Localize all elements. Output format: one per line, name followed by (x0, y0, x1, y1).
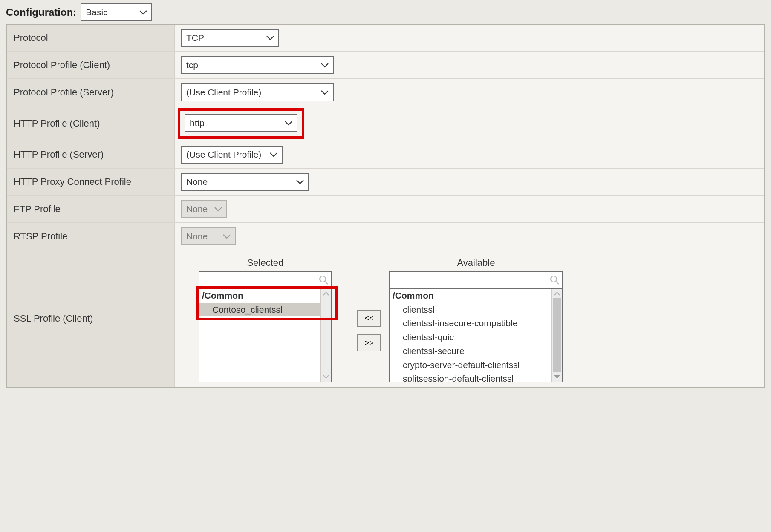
ssl-available-group: /Common (390, 289, 551, 303)
row-protocol: Protocol TCP (7, 25, 764, 52)
protocol-profile-server-select[interactable]: (Use Client Profile) (181, 83, 334, 101)
scrollbar[interactable] (320, 289, 331, 382)
ssl-available-listbox[interactable]: /Common clientssl clientssl-insecure-com… (389, 289, 563, 382)
protocol-select[interactable]: TCP (181, 29, 279, 47)
chevron-down-icon (266, 35, 274, 40)
chevron-down-icon (285, 121, 292, 126)
row-http-proxy-connect: HTTP Proxy Connect Profile None (7, 169, 764, 196)
chevron-down-icon (296, 179, 304, 184)
scrollbar[interactable] (551, 289, 562, 382)
protocol-value: TCP (186, 33, 204, 43)
ssl-selected-header: Selected (247, 257, 284, 268)
label-protocol-profile-server: Protocol Profile (Server) (7, 79, 175, 106)
list-item[interactable]: Contoso_clientssl (199, 303, 320, 317)
list-item[interactable]: clientssl-secure (390, 344, 551, 358)
ssl-dual-listbox: Selected /Common Contoso_clientssl (181, 257, 563, 382)
protocol-profile-client-select[interactable]: tcp (181, 56, 334, 74)
scroll-down-icon[interactable] (321, 372, 331, 382)
http-proxy-connect-value: None (186, 177, 208, 187)
http-profile-server-value: (Use Client Profile) (186, 150, 261, 160)
search-icon (549, 275, 560, 285)
protocol-profile-server-value: (Use Client Profile) (186, 87, 261, 98)
http-profile-client-select[interactable]: http (185, 114, 297, 132)
configuration-mode-value: Basic (86, 7, 107, 17)
chevron-down-icon (321, 90, 329, 95)
scrollbar-thumb[interactable] (553, 298, 561, 372)
label-http-profile-client: HTTP Profile (Client) (7, 106, 175, 141)
search-icon (318, 275, 329, 285)
configuration-mode-select[interactable]: Basic (81, 3, 152, 21)
ftp-profile-select: None (181, 200, 227, 218)
configuration-table: Protocol TCP Protocol Profile (Client) t… (6, 24, 765, 388)
chevron-down-icon (139, 10, 147, 15)
config-header: Configuration: Basic (6, 3, 765, 21)
rtsp-profile-value: None (186, 231, 208, 242)
row-ssl-profile-client: SSL Profile (Client) Selected (7, 250, 764, 387)
list-item[interactable]: clientssl-quic (390, 331, 551, 345)
row-http-profile-client: HTTP Profile (Client) http (7, 106, 764, 141)
label-http-proxy-connect: HTTP Proxy Connect Profile (7, 169, 175, 195)
ssl-selected-search[interactable] (199, 271, 332, 289)
http-profile-client-highlight: http (178, 108, 304, 139)
svg-line-1 (325, 281, 328, 284)
configuration-label: Configuration: (6, 6, 76, 18)
list-item[interactable]: splitsession-default-clientssl (390, 372, 551, 382)
ssl-selected-column: Selected /Common Contoso_clientssl (181, 257, 349, 382)
svg-line-3 (556, 281, 559, 284)
scroll-down-icon[interactable] (552, 372, 562, 382)
chevron-down-icon (270, 152, 277, 157)
chevron-down-icon (214, 207, 222, 212)
scroll-up-icon[interactable] (552, 289, 562, 298)
move-right-button[interactable]: >> (357, 334, 381, 351)
protocol-profile-client-value: tcp (186, 60, 198, 70)
svg-point-0 (320, 276, 326, 282)
ssl-move-buttons: << >> (357, 310, 381, 351)
row-protocol-profile-server: Protocol Profile (Server) (Use Client Pr… (7, 79, 764, 106)
http-profile-server-select[interactable]: (Use Client Profile) (181, 146, 283, 164)
list-item[interactable]: clientssl (390, 303, 551, 317)
label-rtsp-profile: RTSP Profile (7, 223, 175, 250)
label-ssl-profile-client: SSL Profile (Client) (7, 250, 175, 387)
chevron-down-icon (223, 234, 231, 239)
list-item[interactable]: crypto-server-default-clientssl (390, 358, 551, 372)
row-rtsp-profile: RTSP Profile None (7, 223, 764, 250)
row-ftp-profile: FTP Profile None (7, 196, 764, 223)
ssl-available-column: Available /Common clientssl clientssl-in… (389, 257, 563, 382)
ssl-available-header: Available (457, 257, 495, 268)
label-ftp-profile: FTP Profile (7, 196, 175, 222)
row-protocol-profile-client: Protocol Profile (Client) tcp (7, 52, 764, 79)
ssl-selected-group: /Common (199, 289, 320, 303)
ssl-available-search[interactable] (389, 271, 563, 289)
label-protocol-profile-client: Protocol Profile (Client) (7, 52, 175, 78)
move-left-button[interactable]: << (357, 310, 381, 327)
rtsp-profile-select: None (181, 227, 236, 245)
scroll-up-icon[interactable] (321, 289, 331, 298)
label-http-profile-server: HTTP Profile (Server) (7, 141, 175, 168)
chevron-down-icon (321, 63, 329, 68)
row-http-profile-server: HTTP Profile (Server) (Use Client Profil… (7, 141, 764, 169)
ftp-profile-value: None (186, 204, 208, 214)
http-proxy-connect-select[interactable]: None (181, 173, 309, 191)
ssl-selected-listbox[interactable]: /Common Contoso_clientssl (199, 289, 332, 382)
label-protocol: Protocol (7, 25, 175, 51)
list-item[interactable]: clientssl-insecure-compatible (390, 316, 551, 331)
http-profile-client-value: http (190, 118, 205, 128)
svg-point-2 (551, 276, 557, 282)
